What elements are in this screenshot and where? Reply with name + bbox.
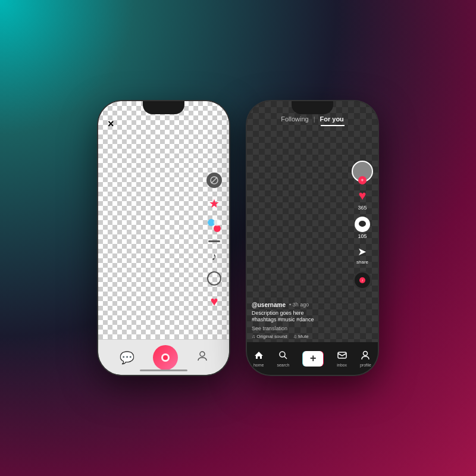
tab-following[interactable]: Following [281,115,308,123]
nav-create[interactable]: + [302,351,324,367]
username-row: @username • 3h ago [252,302,348,308]
inbox-label: inbox [337,363,347,367]
heart-icon[interactable]: ♥ [210,294,218,309]
right-notch [292,101,333,114]
editing-icons: ★ ♪ ♥ [206,173,222,309]
music-note-icon[interactable]: ♪ [212,250,217,263]
action-icons: + ♥ 365 105 ➤ share ♪ [352,161,373,290]
home-indicator [140,369,187,371]
heart-icon: ♥ [358,188,366,203]
right-phone: Following | For you + ♥ 365 105 [247,101,378,375]
minus-icon[interactable] [208,240,220,242]
svg-rect-9 [338,352,346,358]
svg-point-7 [280,352,285,357]
header-tabs: Following | For you [247,115,378,123]
share-icon: ➤ [358,245,367,258]
nav-inbox[interactable]: inbox [337,350,347,367]
creator-avatar[interactable]: + [352,161,373,182]
svg-line-1 [211,177,217,183]
share-label: share [356,259,368,265]
comment-count: 105 [358,233,367,239]
search-icon [278,350,288,362]
record-button[interactable] [153,345,178,370]
svg-line-8 [284,356,287,359]
profile-tab-icon[interactable] [196,350,208,365]
time-ago: • 3h ago [289,302,309,308]
nav-search[interactable]: search [277,350,289,367]
create-button[interactable]: + [302,351,324,367]
music-disc[interactable]: ♪ [353,271,372,290]
left-screen: × ★ ♪ ♥ 💬 [98,101,229,375]
star-icon[interactable]: ★ [209,196,220,211]
left-notch [143,101,184,114]
nav-profile[interactable]: profile [360,350,371,367]
plus-icon: + [303,351,323,367]
left-phone: × ★ ♪ ♥ 💬 [98,101,229,375]
search-label: search [277,363,289,367]
original-sound[interactable]: ♫ Original sound [252,334,287,339]
speech-bubble-icon[interactable] [207,271,221,286]
chat-tab-icon[interactable]: 💬 [120,350,134,365]
comment-icon [355,217,370,232]
close-button[interactable]: × [108,118,114,130]
see-translation-btn[interactable]: See translation [252,325,348,331]
profile-label: profile [360,363,371,367]
tab-foryou[interactable]: For you [320,115,343,123]
profile-icon [361,350,370,362]
right-screen: Following | For you + ♥ 365 105 [247,101,378,375]
mute-button[interactable]: ♫ Mute [293,334,309,339]
ban-icon[interactable] [206,173,222,188]
tab-underline [321,125,345,126]
username[interactable]: @username [252,302,286,308]
share-button[interactable]: ➤ share [356,245,368,265]
sound-row: ♫ Original sound ♫ Mute [252,334,348,339]
like-count: 365 [358,205,367,211]
home-icon [254,350,264,362]
bottom-navigation: home search + inbox [247,342,378,375]
tab-divider: | [314,115,315,123]
follow-plus-button[interactable]: + [358,176,367,184]
music-note-icon: ♪ [359,277,365,283]
color-picker-icon[interactable] [208,219,221,232]
home-label: home [253,363,264,367]
svg-point-4 [200,352,205,356]
video-info: @username • 3h ago Description goes here… [252,302,348,339]
like-button[interactable]: ♥ 365 [358,188,367,211]
video-description: Description goes here#hashtags #music #d… [252,310,348,324]
svg-point-3 [163,355,168,360]
comment-button[interactable]: 105 [355,217,370,239]
svg-point-10 [364,351,368,355]
inbox-icon [337,350,347,362]
nav-home[interactable]: home [253,350,264,367]
